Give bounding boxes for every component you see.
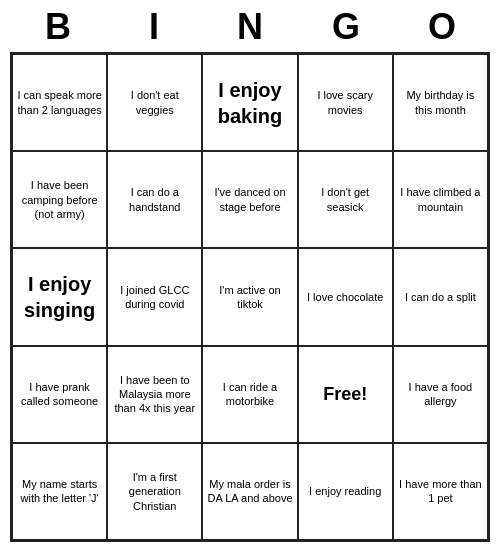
bingo-cell-r0c1[interactable]: I don't eat veggies — [107, 54, 202, 151]
bingo-cell-r3c3[interactable]: Free! — [298, 346, 393, 443]
bingo-cell-r2c3[interactable]: I love chocolate — [298, 248, 393, 345]
letter-g: G — [302, 6, 390, 48]
bingo-cell-r0c2[interactable]: I enjoy baking — [202, 54, 297, 151]
bingo-cell-r2c4[interactable]: I can do a split — [393, 248, 488, 345]
letter-i: I — [110, 6, 198, 48]
bingo-cell-r3c4[interactable]: I have a food allergy — [393, 346, 488, 443]
bingo-cell-r1c4[interactable]: I have climbed a mountain — [393, 151, 488, 248]
bingo-cell-r1c0[interactable]: I have been camping before (not army) — [12, 151, 107, 248]
bingo-cell-r1c3[interactable]: I don't get seasick — [298, 151, 393, 248]
bingo-cell-r3c2[interactable]: I can ride a motorbike — [202, 346, 297, 443]
bingo-cell-r3c0[interactable]: I have prank called someone — [12, 346, 107, 443]
bingo-cell-r0c3[interactable]: I love scary movies — [298, 54, 393, 151]
bingo-cell-r4c2[interactable]: My mala order is DA LA and above — [202, 443, 297, 540]
bingo-cell-r4c1[interactable]: I'm a first generation Christian — [107, 443, 202, 540]
bingo-cell-r1c1[interactable]: I can do a handstand — [107, 151, 202, 248]
bingo-cell-r2c2[interactable]: I'm active on tiktok — [202, 248, 297, 345]
bingo-grid: I can speak more than 2 languagesI don't… — [10, 52, 490, 542]
bingo-header: B I N G O — [10, 0, 490, 52]
bingo-cell-r0c4[interactable]: My birthday is this month — [393, 54, 488, 151]
bingo-cell-r1c2[interactable]: I've danced on stage before — [202, 151, 297, 248]
letter-o: O — [398, 6, 486, 48]
bingo-cell-r4c3[interactable]: I enjoy reading — [298, 443, 393, 540]
bingo-cell-r0c0[interactable]: I can speak more than 2 languages — [12, 54, 107, 151]
bingo-cell-r4c0[interactable]: My name starts with the letter 'J' — [12, 443, 107, 540]
bingo-cell-r4c4[interactable]: I have more than 1 pet — [393, 443, 488, 540]
letter-n: N — [206, 6, 294, 48]
bingo-cell-r2c1[interactable]: I joined GLCC during covid — [107, 248, 202, 345]
letter-b: B — [14, 6, 102, 48]
bingo-cell-r2c0[interactable]: I enjoy singing — [12, 248, 107, 345]
bingo-cell-r3c1[interactable]: I have been to Malaysia more than 4x thi… — [107, 346, 202, 443]
